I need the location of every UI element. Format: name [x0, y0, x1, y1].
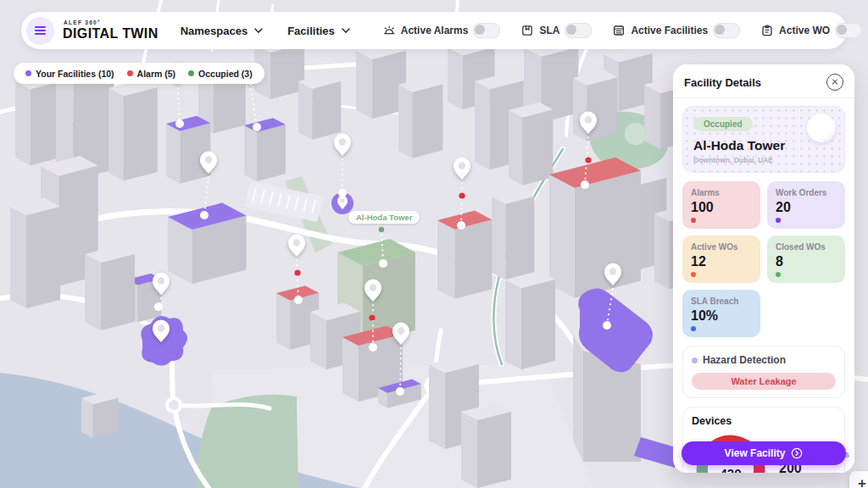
facilities-list-icon [612, 24, 626, 37]
top-navbar: ALEF 360° DIGITAL TWIN Namespaces Facili… [21, 12, 847, 49]
zoom-in-button[interactable]: + [849, 471, 868, 488]
hazard-title: Hazard Detection [703, 354, 786, 366]
close-icon[interactable] [826, 74, 843, 91]
stat-card-work-orders: Work Orders20 [767, 181, 845, 229]
status-badge: Occupied [693, 117, 753, 131]
arrow-right-circle-icon [791, 447, 803, 459]
map-facility-label[interactable]: Al-Hoda Tower [348, 211, 420, 224]
active-alarms-switch[interactable] [473, 23, 500, 38]
facility-hero-card: Occupied Al-Hoda Tower Downtown, Dubai, … [682, 106, 845, 173]
hamburger-menu-button[interactable] [26, 17, 54, 45]
namespaces-menu[interactable]: Namespaces [181, 24, 266, 37]
hazard-detection-card: Hazard Detection Water Leakage [682, 346, 845, 398]
legend-alarm: Alarm (5) [127, 69, 176, 79]
hazard-tag-water-leakage[interactable]: Water Leakage [692, 373, 836, 390]
hamburger-icon [35, 30, 46, 31]
facility-location: Downtown, Dubai, UAE [693, 156, 834, 164]
stat-card-alarms: Alarms100 [682, 181, 760, 229]
work-order-clipboard-icon [760, 24, 774, 37]
sla-switch[interactable] [565, 23, 592, 38]
active-facilities-toggle-group: Active Facilities [612, 23, 740, 38]
legend-your-facilities: Your Facilities (10) [25, 69, 114, 79]
stat-card-active-wos: Active WOs12 [682, 236, 760, 283]
active-facilities-switch[interactable] [713, 23, 740, 38]
facility-thumbnail [807, 114, 836, 142]
facility-name: Al-Hoda Tower [693, 138, 834, 153]
chevron-down-icon [339, 24, 353, 37]
stat-card-closed-wos: Closed WOs8 [767, 236, 845, 283]
panel-title: Facility Details [684, 76, 761, 89]
view-facility-button[interactable]: View Facility [682, 441, 846, 465]
facility-details-panel: Facility Details Occupied Al-Hoda Tower … [673, 64, 854, 473]
legend-occupied: Occupied (3) [188, 69, 253, 79]
red-dot-icon [127, 70, 133, 76]
logo-main-text: DIGITAL TWIN [63, 26, 159, 41]
sla-icon [520, 24, 534, 37]
logo-small-text: ALEF 360° [64, 20, 159, 26]
stats-grid: Alarms100 Work Orders20 Active WOs12 Clo… [682, 181, 845, 337]
purple-dot-icon [25, 70, 31, 76]
park-south [197, 395, 298, 488]
active-wo-switch[interactable] [835, 23, 862, 38]
hazard-dot-icon [692, 358, 698, 363]
sla-toggle-group: SLA [520, 23, 592, 38]
active-wo-toggle-group: Active WO [760, 23, 862, 38]
facilities-menu[interactable]: Facilities [287, 24, 353, 37]
gauge-total-value: 420 [720, 467, 741, 473]
devices-title: Devices [692, 415, 836, 427]
chevron-down-icon [252, 24, 265, 37]
alarm-icon [382, 24, 396, 37]
green-dot-icon [188, 70, 194, 76]
map-legend: Your Facilities (10) Alarm (5) Occupied … [14, 63, 264, 84]
stat-card-sla-breach: SLA Breach10% [682, 290, 760, 337]
app-logo: ALEF 360° DIGITAL TWIN [63, 20, 159, 42]
active-alarms-toggle-group: Active Alarms [382, 23, 501, 38]
